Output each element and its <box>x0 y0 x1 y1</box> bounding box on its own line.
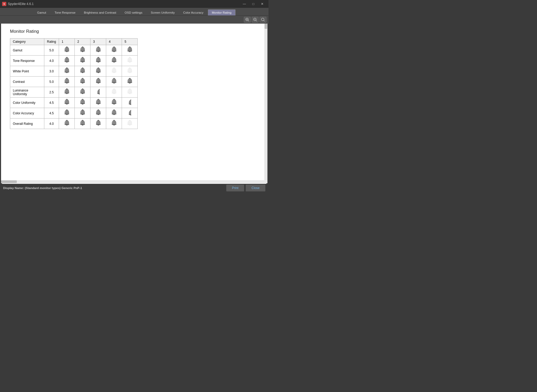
zoom-fit-icon <box>261 18 265 22</box>
table-row: Gamut5.0 <box>10 45 138 56</box>
svg-point-43 <box>98 78 99 79</box>
tab-osd-settings[interactable]: OSD settings <box>121 9 146 15</box>
svg-point-34 <box>98 72 99 73</box>
svg-point-67 <box>131 99 131 100</box>
app-title: Spyder4Elite 4.6.1 <box>8 2 34 6</box>
rating-cell: 4.0 <box>44 119 59 129</box>
svg-point-13 <box>98 47 99 47</box>
bell-cell <box>122 108 138 119</box>
bell-cell <box>75 108 90 119</box>
bell-cell <box>122 98 138 108</box>
rating-cell: 5.0 <box>44 45 59 56</box>
svg-point-46 <box>114 83 114 84</box>
category-cell: White Point <box>10 66 44 77</box>
svg-point-36 <box>114 72 114 73</box>
zoom-out-button[interactable] <box>252 17 259 23</box>
content-area: Monitor Rating Category Rating 1 2 3 4 5… <box>2 24 266 184</box>
bell-cell <box>122 56 138 66</box>
svg-point-80 <box>66 125 67 126</box>
rating-cell: 5.0 <box>44 77 59 87</box>
svg-point-31 <box>82 68 83 68</box>
footer: Display Name: (Standard monitor types) G… <box>0 183 268 193</box>
category-cell: Tone Response <box>10 56 44 66</box>
svg-point-18 <box>129 51 130 52</box>
bell-cell <box>106 98 122 108</box>
svg-point-48 <box>129 83 130 84</box>
bell-cell <box>90 56 106 66</box>
svg-point-21 <box>82 57 83 58</box>
close-action-button[interactable]: Close <box>246 185 265 191</box>
svg-point-77 <box>131 110 131 111</box>
category-cell: Color Accuracy <box>10 108 44 119</box>
svg-point-83 <box>98 120 99 121</box>
svg-point-42 <box>82 83 83 84</box>
table-row: Luminance Uniformity2.5 <box>10 87 138 98</box>
title-bar: S Spyder4Elite 4.6.1 — □ ✕ <box>0 0 268 8</box>
page-title: Monitor Rating <box>10 29 259 34</box>
close-button[interactable]: ✕ <box>258 1 266 7</box>
tab-gamut[interactable]: Gamut <box>33 9 50 15</box>
svg-point-76 <box>114 114 114 115</box>
header-col2: 2 <box>75 39 90 45</box>
tab-color-accuracy[interactable]: Color Accuracy <box>179 9 207 15</box>
horizontal-scrollbar[interactable] <box>1 180 267 183</box>
svg-point-38 <box>129 72 130 73</box>
table-row: White Point3.0 <box>10 66 138 77</box>
minimize-button[interactable]: — <box>240 1 249 7</box>
svg-point-70 <box>66 114 67 115</box>
header-rating: Rating <box>44 39 59 45</box>
table-row: Tone Response4.0 <box>10 56 138 66</box>
svg-point-60 <box>66 104 67 105</box>
svg-point-61 <box>82 99 83 100</box>
vertical-scrollbar[interactable] <box>264 24 267 180</box>
tab-bar: Gamut Tone Response Brightness and Contr… <box>0 8 268 15</box>
svg-point-39 <box>66 78 67 79</box>
tab-screen-uniformity[interactable]: Screen Uniformity <box>147 9 179 15</box>
v-scroll-thumb[interactable] <box>265 24 267 29</box>
svg-point-73 <box>98 110 99 110</box>
svg-point-84 <box>98 125 99 126</box>
bell-cell <box>59 56 75 66</box>
svg-point-85 <box>114 120 115 121</box>
category-cell: Luminance Uniformity <box>10 87 44 98</box>
bell-cell <box>106 66 122 77</box>
bell-cell <box>59 66 75 77</box>
bell-cell <box>106 108 122 119</box>
svg-point-19 <box>66 57 67 58</box>
svg-point-22 <box>82 62 83 63</box>
svg-point-23 <box>98 57 99 58</box>
zoom-in-button[interactable] <box>244 17 251 23</box>
svg-point-68 <box>131 104 131 105</box>
bell-cell <box>75 66 90 77</box>
h-scroll-thumb[interactable] <box>1 180 17 183</box>
tab-brightness-contrast[interactable]: Brightness and Contrast <box>80 9 120 15</box>
svg-point-9 <box>66 47 67 47</box>
bell-cell <box>59 77 75 87</box>
print-button[interactable]: Print <box>226 185 244 191</box>
table-row: Color Accuracy4.5 <box>10 108 138 119</box>
display-name: (Standard monitor types) Generic PnP-1 <box>25 186 82 190</box>
svg-point-59 <box>66 99 67 100</box>
bell-cell <box>122 77 138 87</box>
svg-point-64 <box>98 104 99 105</box>
tab-tone-response[interactable]: Tone Response <box>51 9 79 15</box>
svg-point-52 <box>82 93 83 94</box>
svg-line-6 <box>256 20 257 21</box>
header-category: Category <box>10 39 44 45</box>
category-cell: Color Uniformity <box>10 98 44 108</box>
bell-cell <box>122 87 138 98</box>
maximize-button[interactable]: □ <box>249 1 257 7</box>
tab-monitor-rating[interactable]: Monitor Rating <box>208 9 235 15</box>
svg-point-71 <box>82 110 83 110</box>
zoom-fit-button[interactable] <box>260 17 266 23</box>
svg-line-8 <box>264 20 265 21</box>
svg-point-49 <box>66 89 67 89</box>
header-col5: 5 <box>122 39 138 45</box>
svg-point-86 <box>114 125 114 126</box>
bell-cell <box>75 98 90 108</box>
svg-point-33 <box>98 68 99 68</box>
table-row: Contrast5.0 <box>10 77 138 87</box>
rating-table: Category Rating 1 2 3 4 5 Gamut5.0 <box>10 38 138 129</box>
bell-cell <box>75 56 90 66</box>
svg-point-37 <box>129 68 130 68</box>
